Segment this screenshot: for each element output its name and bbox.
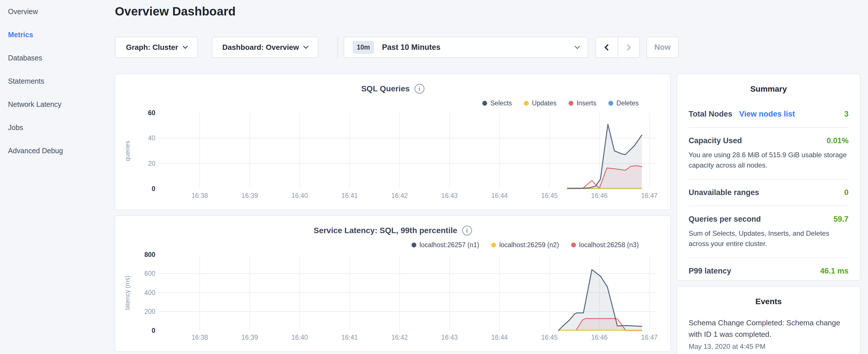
summary-row-p99-latency: P99 latency 46.1 ms xyxy=(689,267,848,276)
info-icon[interactable] xyxy=(415,84,425,94)
summary-value: 0.01% xyxy=(827,136,848,145)
sidebar-item-statements[interactable]: Statements xyxy=(0,70,115,93)
svg-text:16:40: 16:40 xyxy=(291,334,308,341)
svg-text:16:46: 16:46 xyxy=(591,192,608,199)
summary-value: 3 xyxy=(844,110,848,119)
chevron-down-icon xyxy=(575,43,580,49)
time-step-buttons xyxy=(595,37,640,58)
sidebar-item-network-latency[interactable]: Network Latency xyxy=(0,93,115,116)
legend-label: Deletes xyxy=(616,99,639,107)
svg-text:16:41: 16:41 xyxy=(341,192,358,199)
sidebar-item-overview[interactable]: Overview xyxy=(0,0,115,23)
summary-row-queries-per-second: Queries per second 59.7 xyxy=(689,215,848,224)
svg-text:16:38: 16:38 xyxy=(191,334,208,341)
summary-label: Unavailable ranges xyxy=(689,188,759,197)
sidebar: Overview Metrics Databases Statements Ne… xyxy=(0,0,115,162)
sidebar-item-advanced-debug[interactable]: Advanced Debug xyxy=(0,139,115,162)
controls-divider xyxy=(337,37,338,58)
svg-text:16:42: 16:42 xyxy=(392,192,408,199)
svg-text:16:39: 16:39 xyxy=(242,192,258,199)
svg-text:16:43: 16:43 xyxy=(441,334,458,341)
svg-text:16:41: 16:41 xyxy=(341,334,358,341)
graph-scope-dropdown[interactable]: Graph: Cluster xyxy=(115,37,198,58)
legend-item: localhost:26257 (n1) xyxy=(411,241,479,249)
svg-text:latency (ms): latency (ms) xyxy=(124,276,131,310)
summary-value: 59.7 xyxy=(833,215,848,224)
sidebar-item-databases[interactable]: Databases xyxy=(0,46,115,70)
time-back-button[interactable] xyxy=(596,37,618,57)
legend-label: localhost:26258 (n3) xyxy=(579,241,639,249)
summary-label: Capacity Used xyxy=(689,136,742,145)
view-nodes-list-link[interactable]: View nodes list xyxy=(739,110,795,119)
svg-text:0: 0 xyxy=(152,185,155,192)
svg-text:800: 800 xyxy=(145,251,155,258)
event-message: Schema Change Completed: Schema change w… xyxy=(689,317,848,340)
event-timestamp: May 13, 2020 at 4:45 PM xyxy=(689,343,848,351)
legend-dot-icon xyxy=(411,243,416,248)
sql-queries-card: SQL Queries SelectsUpdatesInsertsDeletes… xyxy=(115,74,671,210)
time-forward-button[interactable] xyxy=(618,37,640,57)
time-range-dropdown[interactable]: 10m Past 10 Minutes xyxy=(344,37,588,58)
dashboard-dropdown[interactable]: Dashboard: Overview xyxy=(212,37,318,58)
sidebar-item-jobs[interactable]: Jobs xyxy=(0,116,115,139)
summary-label: Total Nodes xyxy=(689,110,733,119)
legend-dot-icon xyxy=(482,101,487,106)
divider xyxy=(689,127,848,128)
legend-dot-icon xyxy=(491,243,496,248)
svg-text:queries: queries xyxy=(124,141,131,161)
legend-label: Selects xyxy=(490,99,512,107)
svg-text:0: 0 xyxy=(152,327,155,334)
svg-text:16:43: 16:43 xyxy=(441,192,458,199)
legend-dot-icon xyxy=(608,101,613,106)
svg-text:60: 60 xyxy=(148,109,155,117)
chevron-right-icon xyxy=(624,44,631,51)
info-icon[interactable] xyxy=(462,226,472,235)
chart-header: Service Latency: SQL, 99th percentile xyxy=(115,226,670,235)
events-title: Events xyxy=(677,287,860,306)
legend-label: Inserts xyxy=(577,99,596,107)
service-latency-chart[interactable]: 020040060080016:3816:3916:4016:4116:4216… xyxy=(115,250,672,353)
summary-row-capacity-used: Capacity Used 0.01% xyxy=(689,136,848,145)
summary-row-total-nodes: Total Nodes View nodes list 3 xyxy=(689,110,848,119)
now-button[interactable]: Now xyxy=(647,37,679,58)
svg-text:16:47: 16:47 xyxy=(641,192,658,199)
graph-scope-label: Graph: Cluster xyxy=(126,43,178,52)
chevron-left-icon xyxy=(604,44,611,51)
divider xyxy=(689,206,848,206)
legend-dot-icon xyxy=(571,243,576,248)
chart-legend: localhost:26257 (n1)localhost:26259 (n2)… xyxy=(411,241,639,249)
chart-title: Service Latency: SQL, 99th percentile xyxy=(313,226,457,235)
svg-text:400: 400 xyxy=(145,289,155,296)
page-title: Overview Dashboard xyxy=(115,5,236,18)
time-range-label: Past 10 Minutes xyxy=(382,43,440,52)
legend-item: Inserts xyxy=(568,99,596,107)
legend-item: localhost:26259 (n2) xyxy=(491,241,559,249)
svg-text:200: 200 xyxy=(145,308,155,315)
summary-value: 0 xyxy=(844,188,848,197)
service-latency-card: Service Latency: SQL, 99th percentile lo… xyxy=(115,215,671,352)
svg-text:16:44: 16:44 xyxy=(491,334,508,341)
svg-text:600: 600 xyxy=(145,270,155,277)
legend-dot-icon xyxy=(568,101,574,106)
chevron-down-icon xyxy=(303,43,308,49)
legend-label: localhost:26259 (n2) xyxy=(499,241,559,249)
divider xyxy=(689,179,848,180)
summary-row-unavailable-ranges: Unavailable ranges 0 xyxy=(689,188,848,197)
legend-label: Updates xyxy=(532,99,557,107)
svg-text:16:38: 16:38 xyxy=(191,192,208,199)
legend-item: Selects xyxy=(482,99,512,107)
chevron-down-icon xyxy=(183,43,188,49)
dashboard-controls: Graph: Cluster Dashboard: Overview 10m P… xyxy=(115,37,679,58)
chart-title: SQL Queries xyxy=(361,84,409,93)
chart-legend: SelectsUpdatesInsertsDeletes xyxy=(482,99,639,107)
legend-item: Updates xyxy=(524,99,557,107)
svg-text:16:40: 16:40 xyxy=(291,192,308,199)
sql-queries-chart[interactable]: 020406016:3816:3916:4016:4116:4216:4316:… xyxy=(115,108,672,211)
legend-label: localhost:26257 (n1) xyxy=(420,241,479,249)
svg-text:16:39: 16:39 xyxy=(242,334,258,341)
svg-text:20: 20 xyxy=(148,160,155,167)
sidebar-item-metrics[interactable]: Metrics xyxy=(0,23,115,46)
legend-item: Deletes xyxy=(608,99,639,107)
summary-label: P99 latency xyxy=(689,267,731,276)
summary-description: You are using 28.6 MiB of 515.9 GiB usab… xyxy=(689,150,848,170)
